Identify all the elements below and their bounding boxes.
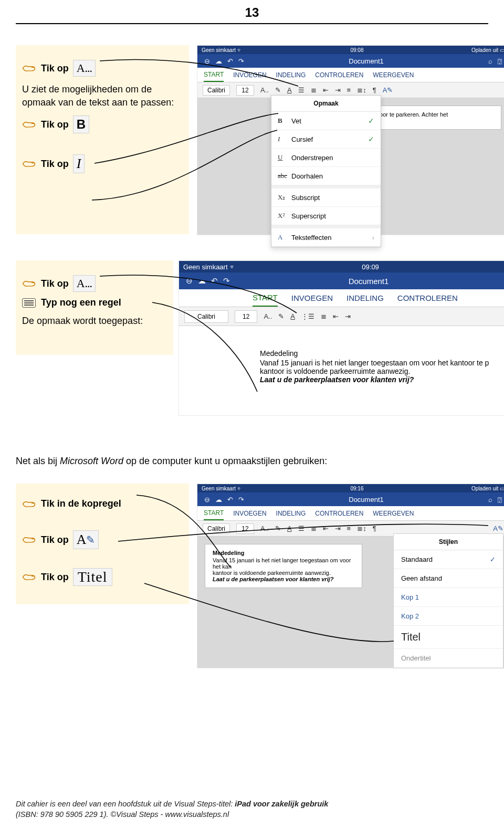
share-icon[interactable]: ⍰ — [498, 57, 502, 65]
undo-icon[interactable]: ↶ — [211, 276, 218, 286]
font-name[interactable]: Calibri — [203, 523, 230, 534]
body-line: Vanaf 15 januari is het niet langer toeg… — [260, 359, 496, 367]
highlight-icon[interactable]: ✎ — [275, 86, 281, 94]
redo-icon[interactable]: ↷ — [223, 276, 230, 286]
tab-invoegen[interactable]: INVOEGEN — [291, 293, 333, 302]
redo-icon[interactable]: ↷ — [238, 496, 244, 504]
cloud-icon[interactable]: ☁ — [215, 496, 222, 504]
tab-indeling[interactable]: INDELING — [276, 510, 306, 517]
styles-icon[interactable]: A✎ — [383, 86, 393, 94]
format-popover: Opmaak BVet✓ICursief✓UOnderstrepenabcDoo… — [271, 95, 381, 247]
font-color-icon[interactable]: A — [287, 525, 292, 532]
hand-icon — [22, 159, 36, 169]
tab-start[interactable]: START — [253, 289, 278, 307]
format-option-icon: X₂ — [278, 193, 291, 202]
font-name[interactable]: Calibri — [203, 85, 230, 96]
outdent-icon[interactable]: ⇤ — [323, 86, 329, 94]
style-row-titel[interactable]: Titel — [394, 626, 503, 649]
doc-title: Document1 — [247, 57, 486, 65]
sim-label: Geen simkaart ᯤ — [202, 486, 243, 491]
word-ribbon: Calibri 12 A.. ✎ A ⋮☰ ≣ ⇤ ⇥ — [179, 307, 504, 326]
tab-controleren[interactable]: CONTROLEREN — [315, 510, 363, 517]
back-icon[interactable]: ⊖ — [204, 496, 210, 504]
format-option-icon: U — [278, 153, 291, 162]
intro-text: U ziet de mogelijkheden om de opmaak van… — [22, 83, 184, 109]
styles-intro: Net als bij Microsoft Word op de compute… — [16, 455, 488, 468]
undo-icon[interactable]: ↶ — [227, 496, 233, 504]
back-icon[interactable]: ⊖ — [186, 276, 193, 286]
format-menu-icon[interactable]: A.. — [260, 525, 269, 532]
style-row-standaard[interactable]: Standaard✓ — [394, 550, 503, 569]
popover-row-teksteffecten[interactable]: ATeksteffecten› — [271, 225, 381, 247]
tab-controleren[interactable]: CONTROLEREN — [397, 293, 458, 302]
highlight-icon[interactable]: ✎ — [278, 312, 284, 320]
instr-text: Tik op — [41, 572, 69, 583]
tab-invoegen[interactable]: INVOEGEN — [233, 510, 266, 517]
align-icon[interactable]: ≡ — [347, 86, 351, 94]
spacing-icon[interactable]: ≣↕ — [357, 86, 366, 94]
footer-line1a: Dit cahier is een deel van een hoofdstuk… — [16, 800, 235, 808]
style-row-ondertitel[interactable]: Ondertitel — [394, 649, 503, 668]
numbering-icon[interactable]: ≣ — [311, 525, 317, 532]
sim-label: Geen simkaart ᯤ — [202, 47, 243, 53]
styles-icon[interactable]: A✎ — [493, 525, 503, 532]
tab-indeling[interactable]: INDELING — [346, 293, 384, 302]
font-color-icon[interactable]: A — [290, 312, 295, 320]
outdent-icon[interactable]: ⇤ — [333, 312, 339, 320]
popover-row-cursief[interactable]: ICursief✓ — [271, 130, 381, 149]
bullets-icon[interactable]: ⋮☰ — [301, 312, 314, 320]
popover-row-superscript[interactable]: X²Superscript — [271, 207, 381, 225]
body-bold-italic: Laat u de parkeerplaatsen voor klanten v… — [260, 375, 496, 384]
highlight-icon[interactable]: ✎ — [275, 525, 281, 532]
font-color-icon[interactable]: A — [287, 86, 292, 94]
font-size[interactable]: 12 — [236, 523, 254, 534]
titel-style-icon: Titel — [73, 568, 112, 586]
search-icon[interactable]: ⌕ — [488, 57, 492, 65]
bullets-icon[interactable]: ☰ — [298, 525, 304, 532]
tab-start[interactable]: START — [204, 506, 224, 520]
font-size[interactable]: 12 — [236, 85, 254, 96]
format-option-label: Cursief — [291, 135, 368, 143]
outdent-icon[interactable]: ⇤ — [323, 525, 329, 532]
cloud-icon[interactable]: ☁ — [215, 57, 222, 65]
word-tabs: START INVOEGEN INDELING CONTROLEREN WEER… — [197, 68, 504, 82]
popover-row-doorhalen[interactable]: abcDoorhalen — [271, 167, 381, 185]
format-menu-icon[interactable]: A.. — [260, 86, 269, 94]
tab-indeling[interactable]: INDELING — [276, 71, 306, 79]
popover-row-vet[interactable]: BVet✓ — [271, 112, 381, 130]
style-row-geen-afstand[interactable]: Geen afstand — [394, 569, 503, 588]
spacing-icon[interactable]: ≣↕ — [357, 525, 366, 532]
bullets-icon[interactable]: ☰ — [298, 86, 304, 94]
ios-status-bar: Geen simkaart ᯤ 09:08 Opladen uit ▭ — [197, 46, 504, 54]
instruction-column-1: Tik op A... U ziet de mogelijkheden om d… — [16, 45, 189, 234]
indent-icon[interactable]: ⇥ — [345, 312, 351, 320]
popover-row-onderstrepen[interactable]: UOnderstrepen — [271, 149, 381, 167]
tab-weergeven[interactable]: WEERGEVEN — [373, 71, 414, 79]
numbering-icon[interactable]: ≣ — [311, 86, 317, 94]
word-canvas: Mededeling Vanaf 15 januari is het niet … — [179, 326, 504, 415]
style-row-kop-1[interactable]: Kop 1 — [394, 588, 503, 607]
popover-row-subscript[interactable]: X₂Subscript — [271, 185, 381, 207]
redo-icon[interactable]: ↷ — [238, 57, 244, 65]
format-menu-icon[interactable]: A.. — [264, 312, 272, 320]
tab-weergeven[interactable]: WEERGEVEN — [373, 510, 414, 517]
format-option-icon: abc — [278, 172, 291, 180]
font-name[interactable]: Calibri — [184, 310, 228, 323]
font-size[interactable]: 12 — [235, 310, 257, 323]
indent-icon[interactable]: ⇥ — [335, 86, 341, 94]
hand-icon — [22, 120, 36, 129]
align-icon[interactable]: ≡ — [347, 525, 351, 532]
style-row-kop-2[interactable]: Kop 2 — [394, 607, 503, 626]
search-icon[interactable]: ⌕ — [488, 496, 492, 504]
tab-start[interactable]: START — [204, 68, 224, 82]
tab-controleren[interactable]: CONTROLEREN — [315, 71, 363, 79]
para-marks-icon[interactable]: ¶ — [373, 525, 376, 532]
share-icon[interactable]: ⍰ — [498, 496, 502, 504]
tab-invoegen[interactable]: INVOEGEN — [233, 71, 266, 79]
indent-icon[interactable]: ⇥ — [335, 525, 341, 532]
numbering-icon[interactable]: ≣ — [321, 312, 327, 320]
para-marks-icon[interactable]: ¶ — [373, 86, 376, 94]
back-icon[interactable]: ⊖ — [204, 57, 210, 65]
undo-icon[interactable]: ↶ — [227, 57, 233, 65]
cloud-icon[interactable]: ☁ — [198, 276, 206, 286]
